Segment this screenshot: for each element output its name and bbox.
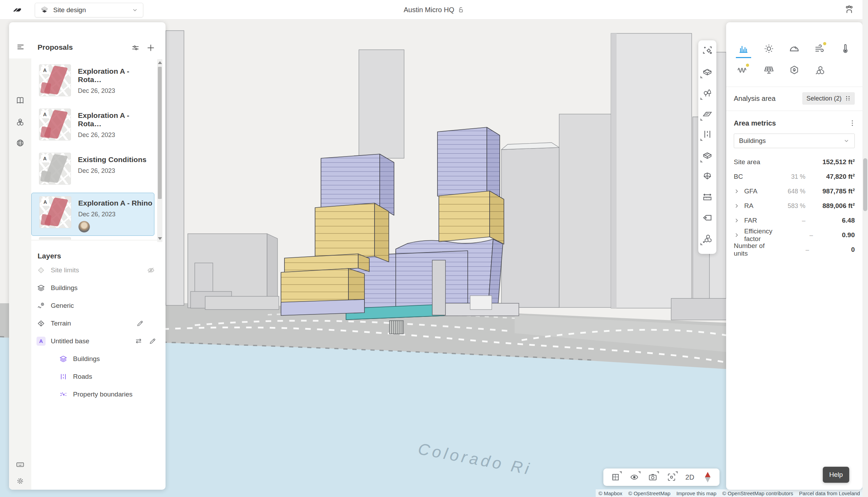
area-metrics-icon[interactable] (738, 43, 749, 55)
avatar (78, 221, 90, 233)
proposals-title: Proposals (38, 43, 73, 51)
scrollbar-thumb[interactable] (158, 67, 162, 199)
layer-row-untitled-base[interactable]: A Untitled base (31, 332, 166, 350)
attribution-osm-contributors-link[interactable]: © OpenStreetMap contributors (722, 490, 793, 496)
keyboard-shortcuts-icon[interactable] (16, 460, 25, 469)
metric-value: 0.90 (813, 231, 855, 239)
library-icon[interactable] (16, 96, 25, 105)
chevron-right-icon[interactable] (734, 232, 744, 238)
compass-icon[interactable] (703, 471, 712, 483)
metric-row-far[interactable]: FAR – 6.48 (726, 213, 862, 228)
label-tool-icon[interactable] (702, 212, 713, 223)
proposal-item-selected[interactable]: A Exploration A - RhinoDec 26, 2023 (31, 193, 154, 236)
screenshot-camera-icon (648, 472, 658, 482)
select-tool-icon[interactable] (702, 45, 713, 56)
edit-pencil-icon[interactable] (136, 319, 144, 327)
area-metrics-title: Area metrics (734, 119, 776, 127)
proposal-item[interactable]: A Exploration A - Rota…Dec 26, 2023 (31, 61, 154, 105)
noise-analysis[interactable] (737, 64, 748, 76)
buildings-layer-icon (37, 283, 46, 292)
chevron-right-icon[interactable] (734, 218, 744, 223)
plan-view-button[interactable] (611, 472, 620, 482)
surface-tool[interactable] (702, 109, 713, 120)
metric-percent: 583 % (771, 202, 805, 210)
sun-study-icon[interactable] (763, 43, 775, 55)
attribution-improve-link[interactable]: Improve this map (676, 490, 716, 496)
screenshot-button[interactable] (648, 472, 658, 482)
massing-analysis-icon[interactable] (814, 64, 826, 76)
layer-label: Generic (51, 302, 74, 310)
metric-row-efficiency[interactable]: Efficiency factor – 0.90 (726, 228, 862, 242)
proposal-item[interactable]: A Existing ConditionsDec 26, 2023 (31, 149, 154, 193)
import-tool[interactable] (702, 233, 713, 244)
chevron-right-icon[interactable] (734, 203, 744, 209)
eye-hidden-icon[interactable] (147, 266, 155, 274)
embodied-carbon-icon[interactable] (788, 64, 800, 76)
chevron-right-icon[interactable] (734, 189, 744, 194)
assets-cubes-icon[interactable] (16, 118, 25, 127)
left-rail (9, 58, 31, 490)
wind-analysis[interactable] (814, 43, 826, 55)
road-tool-icon (702, 129, 713, 140)
mode-2d-button[interactable]: 2D (685, 473, 694, 481)
proposal-badge: A (41, 198, 49, 206)
attribution-mapbox-link[interactable]: © Mapbox (598, 490, 622, 496)
solar-panel-icon[interactable] (763, 64, 775, 76)
divider (726, 87, 862, 87)
collaborators-icon[interactable] (844, 4, 855, 15)
page-scrollbar-thumb[interactable] (863, 158, 867, 211)
layer-row-base-roads[interactable]: Roads (31, 368, 166, 385)
filter-proposals-icon[interactable] (131, 43, 140, 53)
metric-label: GFA (744, 187, 757, 195)
proposal-date: Dec 26, 2023 (78, 131, 154, 139)
metrics-category-dropdown[interactable]: Buildings (734, 134, 855, 148)
proposal-item-partial (39, 237, 71, 240)
terrain-layer-icon (37, 319, 46, 328)
layer-row-site-limits[interactable]: Site limits (31, 261, 166, 279)
help-button[interactable]: Help (823, 467, 849, 483)
thermal-comfort-icon[interactable] (839, 43, 851, 55)
massing-tool[interactable] (702, 66, 713, 77)
zone-tool[interactable] (702, 150, 713, 161)
globe-icon[interactable] (16, 138, 25, 147)
workspace-selector[interactable]: Site design (35, 3, 143, 17)
proposal-item[interactable]: A Exploration A - Rota…Dec 26, 2023 (31, 105, 154, 149)
layer-row-base-buildings[interactable]: Buildings (31, 350, 166, 368)
metric-row-ra[interactable]: RA 583 % 889,006 ft² (726, 199, 862, 213)
layers-title: Layers (38, 252, 61, 260)
edit-pencil-icon[interactable] (148, 337, 156, 345)
vegetation-tool[interactable] (702, 88, 713, 99)
metric-value: 6.48 (805, 217, 855, 224)
visibility-button[interactable] (629, 472, 639, 482)
forma-logo-icon[interactable] (12, 5, 22, 15)
layer-row-terrain[interactable]: Terrain (31, 314, 166, 332)
settings-gear-icon[interactable] (16, 476, 25, 486)
kebab-menu-icon[interactable] (849, 119, 856, 127)
attribution-osm-link[interactable]: © OpenStreetMap (628, 490, 670, 496)
metric-row-gfa[interactable]: GFA 648 % 987,785 ft² (726, 184, 862, 199)
scroll-up-icon[interactable] (158, 61, 162, 64)
collapse-panel-icon[interactable] (16, 42, 25, 51)
scroll-down-icon[interactable] (158, 237, 162, 240)
swap-base-icon[interactable] (134, 337, 143, 345)
attribution-parcel-data[interactable]: Parcel data from Loveland (799, 490, 860, 496)
proposal-title: Exploration A - Rota… (78, 67, 154, 84)
visibility-icon (629, 472, 639, 482)
selection-button-label: Selection (2) (806, 95, 842, 102)
road-tool[interactable] (702, 129, 713, 140)
daylight-dome-icon[interactable] (788, 43, 800, 55)
layer-row-property-boundaries[interactable]: Property boundaries (31, 385, 166, 403)
selection-button[interactable]: Selection (2) (802, 92, 855, 105)
zone-tool-icon (702, 150, 713, 161)
layer-row-buildings[interactable]: Buildings (31, 279, 166, 297)
measure-tool-icon[interactable] (702, 191, 713, 202)
focus-button[interactable] (667, 472, 676, 482)
proposals-scrollbar[interactable] (157, 59, 162, 242)
terrain-tool-icon[interactable] (702, 170, 713, 182)
layer-row-generic[interactable]: Generic (31, 297, 166, 314)
buildings-layer-icon (59, 354, 68, 363)
add-proposal-icon[interactable] (146, 43, 155, 53)
proposal-title: Exploration A - Rota… (78, 111, 154, 128)
proposal-thumbnail: A (39, 64, 71, 96)
page-scrollbar[interactable] (862, 0, 868, 497)
